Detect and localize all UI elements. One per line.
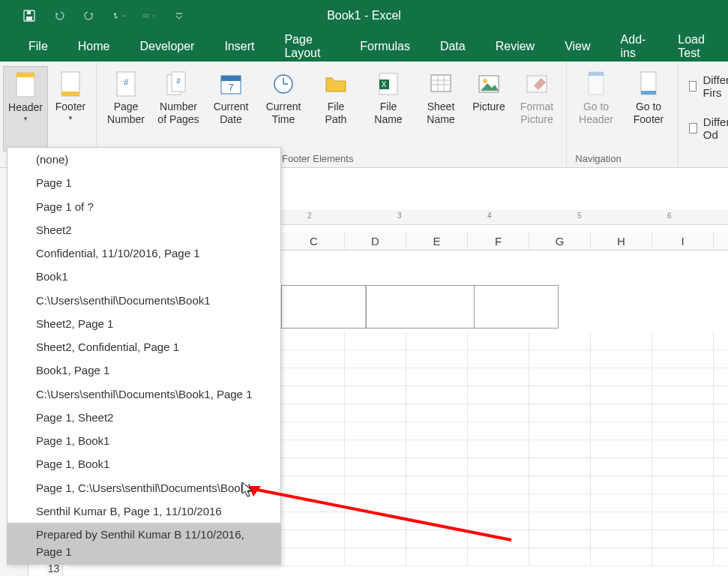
different-first-page-option[interactable]: Different Firs: [689, 74, 728, 99]
tab-developer[interactable]: Developer: [124, 33, 209, 60]
dropdown-item[interactable]: Book1: [7, 265, 280, 288]
ribbon-tabs: File Home Developer Insert Page Layout F…: [0, 32, 728, 62]
redo-icon[interactable]: [82, 9, 96, 22]
dropdown-item[interactable]: Senthil Kumar B, Page 1, 11/10/2016: [7, 500, 280, 523]
tab-home[interactable]: Home: [63, 33, 125, 60]
group-options: Different Firs Different Od: [679, 62, 728, 167]
file-name-label: FileName: [365, 100, 412, 126]
number-of-pages-label: Numberof Pages: [155, 100, 202, 126]
dropdown-item[interactable]: Sheet2, Confidential, Page 1: [7, 335, 280, 358]
tab-insert[interactable]: Insert: [209, 33, 269, 60]
dropdown-item[interactable]: Page 1, Book1: [7, 429, 280, 452]
column-header[interactable]: H: [591, 232, 652, 250]
header-right-section[interactable]: [475, 286, 558, 328]
touch-mode-icon[interactable]: [112, 9, 126, 22]
header-icon: [9, 70, 42, 100]
dropdown-item[interactable]: Page 1, C:\Users\senthil\Documents\Book1: [7, 476, 280, 500]
footer-button[interactable]: Footer ▼: [48, 66, 93, 152]
svg-rect-34: [589, 72, 604, 76]
tab-addins[interactable]: Add-ins: [606, 26, 664, 67]
column-header[interactable]: J: [714, 232, 728, 250]
window-title: Book1 - Excel: [327, 9, 401, 22]
header-left-section[interactable]: [282, 286, 366, 328]
svg-point-31: [483, 79, 487, 83]
dropdown-item[interactable]: Page 1 of ?: [7, 195, 280, 218]
svg-rect-8: [16, 73, 34, 77]
checkbox-icon[interactable]: [689, 81, 697, 92]
chevron-down-icon: ▼: [67, 115, 73, 122]
file-path-button[interactable]: FilePath: [310, 66, 362, 167]
picture-button[interactable]: Picture: [467, 66, 511, 167]
column-header[interactable]: I: [652, 232, 714, 250]
header-button[interactable]: Header ▼: [3, 66, 48, 152]
number-of-pages-icon: #: [162, 69, 195, 99]
header-center-section[interactable]: [366, 286, 475, 328]
page-header-box[interactable]: [281, 285, 559, 328]
header-label: Header: [8, 101, 43, 114]
page-number-label: PageNumber: [103, 100, 149, 126]
navigation-group-label: Navigation: [561, 153, 636, 164]
current-date-label: CurrentDate: [208, 100, 254, 126]
svg-rect-17: [221, 76, 241, 81]
dropdown-item[interactable]: Page 1: [7, 171, 280, 194]
picture-icon: [472, 69, 505, 99]
tab-formulas[interactable]: Formulas: [345, 33, 425, 60]
dropdown-item[interactable]: Page 1, Sheet2: [7, 406, 280, 429]
footer-icon: [54, 69, 87, 99]
go-to-footer-button[interactable]: Go toFooter: [622, 66, 675, 167]
svg-rect-10: [61, 92, 79, 96]
dropdown-item-none[interactable]: (none): [7, 148, 280, 171]
picture-label: Picture: [472, 100, 505, 113]
tab-data[interactable]: Data: [425, 33, 481, 60]
tab-page-layout[interactable]: Page Layout: [269, 26, 345, 67]
sheet-name-label: SheetName: [418, 100, 464, 126]
column-header[interactable]: F: [468, 232, 529, 250]
ruler-tick: 4: [487, 212, 492, 220]
column-header[interactable]: C: [283, 232, 345, 250]
dropdown-item-hovered[interactable]: Prepared by Senthil Kumar B 11/10/2016, …: [7, 523, 280, 564]
header-dropdown: (none) Page 1 Page 1 of ? Sheet2 Confide…: [7, 147, 281, 565]
ruler-tick: 2: [307, 212, 312, 220]
column-header[interactable]: E: [406, 232, 468, 250]
svg-rect-36: [641, 91, 656, 94]
file-name-button[interactable]: X FileName: [362, 66, 415, 167]
dropdown-item[interactable]: Sheet2: [7, 218, 280, 242]
page-number-icon: #: [109, 69, 142, 99]
dropdown-item[interactable]: Page 1, Book1: [7, 452, 280, 476]
dropdown-item[interactable]: Confidential, 11/10/2016, Page 1: [7, 242, 280, 265]
column-header[interactable]: G: [529, 232, 591, 250]
dropdown-item[interactable]: Book1, Page 1: [7, 358, 280, 382]
column-header[interactable]: D: [345, 232, 406, 250]
svg-rect-25: [431, 75, 451, 92]
svg-rect-1: [26, 16, 32, 20]
different-first-label: Different Firs: [703, 74, 728, 99]
go-to-header-label: Go toHeader: [573, 100, 619, 126]
checkbox-icon[interactable]: [689, 123, 697, 134]
calendar-icon: 7: [214, 69, 247, 99]
undo-icon[interactable]: [52, 9, 66, 22]
svg-text:7: 7: [228, 82, 233, 93]
tab-review[interactable]: Review: [481, 33, 550, 60]
dropdown-item[interactable]: C:\Users\senthil\Documents\Book1: [7, 289, 280, 312]
ruler-tick: 3: [397, 212, 402, 220]
svg-rect-2: [27, 11, 31, 14]
svg-text:X: X: [382, 80, 387, 88]
customize-qat-icon[interactable]: [172, 9, 186, 22]
dropdown-item[interactable]: C:\Users\senthil\Documents\Book1, Page 1: [7, 382, 280, 406]
save-icon[interactable]: [22, 9, 36, 22]
tab-view[interactable]: View: [550, 33, 605, 60]
ruler-tick: 5: [577, 212, 582, 220]
footer-label: Footer: [55, 100, 85, 113]
group-navigation: Go toHeader Go toFooter: [567, 62, 679, 167]
different-odd-even-option[interactable]: Different Od: [689, 116, 728, 141]
addins-icon[interactable]: [142, 9, 156, 22]
dropdown-item[interactable]: Sheet2, Page 1: [7, 312, 280, 335]
tab-loadtest[interactable]: Load Test: [663, 26, 728, 67]
folder-icon: [319, 69, 352, 99]
sheet-name-button[interactable]: SheetName: [415, 66, 467, 167]
ruler-tick: 6: [667, 212, 672, 220]
different-odd-label: Different Od: [703, 116, 728, 141]
mouse-cursor-icon: [241, 482, 255, 498]
file-path-label: FilePath: [313, 100, 359, 126]
tab-file[interactable]: File: [13, 33, 63, 60]
